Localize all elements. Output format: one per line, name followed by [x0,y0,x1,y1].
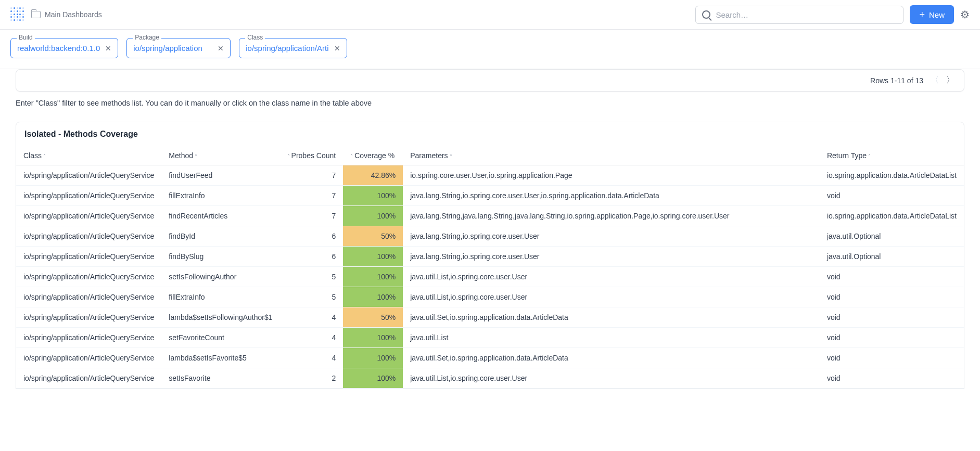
cell-method: lambda$setIsFavorite$5 [161,348,279,368]
filter-package[interactable]: Package io/spring/application ✕ [126,38,231,58]
topbar: Main Dashboards + New ⚙ [0,0,980,30]
table-row[interactable]: io/spring/application/ArticleQueryServic… [16,287,964,307]
clear-icon[interactable]: ✕ [218,44,224,53]
cell-parameters: java.util.List,io.spring.core.user.User [403,267,820,287]
col-header-coverage[interactable]: ˄Coverage % [343,146,403,165]
cell-coverage: 100% [343,206,403,226]
col-header-parameters[interactable]: Parameters˄ [403,146,820,165]
cell-probes: 6 [280,226,343,247]
cell-return: void [820,186,964,206]
cell-class: io/spring/application/ArticleQueryServic… [16,348,161,368]
new-button[interactable]: + New [910,5,954,24]
table-row[interactable]: io/spring/application/ArticleQueryServic… [16,247,964,267]
cell-return: void [820,368,964,389]
col-header-return[interactable]: Return Type˄ [820,146,964,165]
cell-probes: 7 [280,206,343,226]
new-button-label: New [929,10,945,19]
table-row[interactable]: io/spring/application/ArticleQueryServic… [16,186,964,206]
clear-icon[interactable]: ✕ [334,44,340,53]
cell-method: fillExtraInfo [161,186,279,206]
cell-coverage: 100% [343,368,403,389]
cell-return: void [820,267,964,287]
cell-coverage: 100% [343,287,403,307]
cell-class: io/spring/application/ArticleQueryServic… [16,287,161,307]
filter-build-label: Build [17,34,35,41]
cell-probes: 7 [280,165,343,186]
filter-build[interactable]: Build realworld:backend:0.1.0 ✕ [10,38,118,58]
settings-button[interactable]: ⚙ [960,8,970,21]
methods-table: Class˄ Method˄ ˄Probes Count ˄Coverage %… [16,146,964,389]
cell-coverage: 100% [343,348,403,368]
cell-coverage: 100% [343,328,403,348]
cell-return: void [820,307,964,328]
cell-return: java.util.Optional [820,226,964,247]
prev-page-button[interactable]: 〈 [931,75,939,86]
cell-method: findUserFeed [161,165,279,186]
cell-coverage: 100% [343,247,403,267]
cell-parameters: java.lang.String,java.lang.String,java.l… [403,206,820,226]
cell-probes: 4 [280,348,343,368]
cell-coverage: 50% [343,226,403,247]
table-row[interactable]: io/spring/application/ArticleQueryServic… [16,226,964,247]
filter-package-value: io/spring/application [133,44,202,53]
search-box[interactable] [695,6,903,24]
cell-probes: 5 [280,287,343,307]
cell-class: io/spring/application/ArticleQueryServic… [16,206,161,226]
cell-method: findById [161,226,279,247]
cell-probes: 4 [280,307,343,328]
col-header-class[interactable]: Class˄ [16,146,161,165]
cell-class: io/spring/application/ArticleQueryServic… [16,368,161,389]
table-row[interactable]: io/spring/application/ArticleQueryServic… [16,328,964,348]
cell-parameters: java.lang.String,io.spring.core.user.Use… [403,186,820,206]
rows-text: Rows 1-11 of 13 [870,76,923,85]
cell-class: io/spring/application/ArticleQueryServic… [16,307,161,328]
sort-icon: ˄ [287,153,290,159]
cell-probes: 6 [280,247,343,267]
next-page-button[interactable]: 〉 [946,75,954,86]
table-row[interactable]: io/spring/application/ArticleQueryServic… [16,307,964,328]
cell-return: io.spring.application.data.ArticleDataLi… [820,206,964,226]
cell-method: lambda$setIsFollowingAuthor$1 [161,307,279,328]
breadcrumb[interactable]: Main Dashboards [31,10,102,19]
sort-icon: ˄ [195,153,197,159]
col-header-method[interactable]: Method˄ [161,146,279,165]
filters-bar: Build realworld:backend:0.1.0 ✕ Package … [0,30,980,69]
cell-class: io/spring/application/ArticleQueryServic… [16,226,161,247]
table-row[interactable]: io/spring/application/ArticleQueryServic… [16,206,964,226]
cell-return: io.spring.application.data.ArticleDataLi… [820,165,964,186]
cell-parameters: java.lang.String,io.spring.core.user.Use… [403,247,820,267]
app-logo[interactable] [10,7,25,22]
cell-return: void [820,287,964,307]
sort-icon: ˄ [350,153,353,159]
filter-class[interactable]: Class io/spring/application/Arti ✕ [239,38,347,58]
search-input[interactable] [716,10,897,19]
cell-return: void [820,328,964,348]
cell-parameters: java.util.Set,io.spring.application.data… [403,307,820,328]
table-row[interactable]: io/spring/application/ArticleQueryServic… [16,348,964,368]
cell-parameters: java.lang.String,io.spring.core.user.Use… [403,226,820,247]
cell-parameters: java.util.List [403,328,820,348]
filter-class-label: Class [245,34,265,41]
clear-icon[interactable]: ✕ [105,44,111,53]
cell-method: fillExtraInfo [161,287,279,307]
folder-icon [31,11,41,18]
cell-return: void [820,348,964,368]
breadcrumb-label: Main Dashboards [45,10,102,19]
plus-icon: + [919,10,925,19]
page-body: Rows 1-11 of 13 〈 〉 Enter "Class" filter… [0,69,980,405]
cell-method: setFavoriteCount [161,328,279,348]
filter-class-value: io/spring/application/Arti [246,44,328,53]
sort-icon: ˄ [43,153,46,159]
col-header-probes[interactable]: ˄Probes Count [280,146,343,165]
cell-method: findBySlug [161,247,279,267]
filter-hint: Enter "Class" filter to see methods list… [16,99,964,107]
cell-class: io/spring/application/ArticleQueryServic… [16,267,161,287]
table-row[interactable]: io/spring/application/ArticleQueryServic… [16,165,964,186]
section-title: Isolated - Methods Coverage [16,130,964,146]
table-row[interactable]: io/spring/application/ArticleQueryServic… [16,368,964,389]
cell-coverage: 42.86% [343,165,403,186]
sort-icon: ˄ [868,153,871,159]
table-row[interactable]: io/spring/application/ArticleQueryServic… [16,267,964,287]
cell-class: io/spring/application/ArticleQueryServic… [16,186,161,206]
cell-probes: 2 [280,368,343,389]
